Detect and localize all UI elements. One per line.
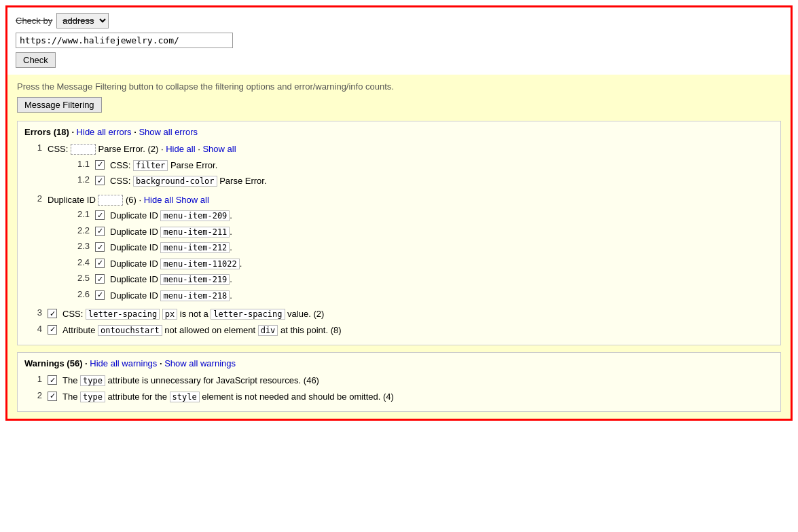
- sub-content-1-2: CSS: background-color Parse Error.: [110, 174, 774, 188]
- code-menu-item-219: menu-item-219: [160, 274, 230, 285]
- code-filter: filter: [133, 160, 168, 171]
- error-2-placeholder: [98, 195, 123, 206]
- warning-checkbox-1[interactable]: ✓: [48, 375, 57, 385]
- check-button[interactable]: Check: [16, 52, 56, 68]
- error-2-show-link[interactable]: Show all: [176, 195, 209, 205]
- check-by-label: Check by: [16, 16, 52, 26]
- sub-num-1-2: 1.2: [65, 174, 92, 185]
- error-num-4: 4: [24, 324, 45, 334]
- sub-num-2-3: 2.3: [65, 241, 92, 251]
- code-div: div: [258, 325, 278, 336]
- code-menu-item-11022: menu-item-11022: [160, 259, 239, 269]
- sub-num-2-2: 2.2: [65, 225, 92, 235]
- code-background-color: background-color: [133, 176, 217, 187]
- sub-content-2-1: Duplicate ID menu-item-209.: [110, 209, 774, 223]
- sub-num-2-5: 2.5: [65, 273, 92, 283]
- error-row-1-2: 1.2 ✓ CSS: background-color Parse Error.: [24, 174, 774, 188]
- error-row-4: 4 ✓ Attribute ontouchstart not allowed o…: [24, 324, 774, 337]
- sub-content-1-1: CSS: filter Parse Error.: [110, 159, 774, 172]
- warning-content-2: The type attribute for the style element…: [62, 390, 774, 404]
- error-content-1: CSS: Parse Error. (2) · Hide all · Show …: [48, 142, 774, 156]
- error-group-1: 1 CSS: Parse Error. (2) · Hide all · Sho…: [24, 142, 774, 188]
- sub-content-2-4: Duplicate ID menu-item-11022.: [110, 257, 774, 271]
- show-all-warnings-link[interactable]: Show all warnings: [164, 358, 236, 368]
- sub-num-2-4: 2.4: [65, 257, 92, 267]
- show-all-errors-link[interactable]: Show all errors: [139, 127, 198, 137]
- warning-row-2: 2 ✓ The type attribute for the style ele…: [24, 390, 774, 404]
- error-num-3: 3: [24, 307, 45, 318]
- check-by-select[interactable]: address: [56, 13, 109, 28]
- error-row-2-5: 2.5 ✓ Duplicate ID menu-item-219.: [24, 273, 774, 286]
- warning-checkbox-2[interactable]: ✓: [48, 392, 57, 401]
- errors-header: Errors (18) · Hide all errors · Show all…: [24, 127, 774, 137]
- warnings-header: Warnings (56) · Hide all warnings · Show…: [24, 358, 774, 368]
- filter-note: Press the Message Filtering button to co…: [17, 81, 781, 92]
- sub-num-1-1: 1.1: [65, 159, 92, 169]
- checkbox-2-1[interactable]: ✓: [95, 210, 105, 220]
- sub-num-2-6: 2.6: [65, 289, 92, 299]
- error-row-1-1: 1.1 ✓ CSS: filter Parse Error.: [24, 159, 774, 172]
- warning-num-2: 2: [24, 390, 45, 400]
- checkbox-2-6[interactable]: ✓: [95, 290, 105, 300]
- url-input[interactable]: [16, 33, 233, 48]
- hide-all-warnings-link[interactable]: Hide all warnings: [90, 358, 157, 368]
- warning-content-1: The type attribute is unnecessary for Ja…: [62, 374, 774, 387]
- error-row-2: 2 Duplicate ID (6) · Hide all Show all: [24, 193, 774, 207]
- sub-content-2-3: Duplicate ID menu-item-212.: [110, 241, 774, 254]
- warnings-section: Warnings (56) · Hide all warnings · Show…: [17, 352, 781, 412]
- code-letter-spacing: letter-spacing: [86, 309, 160, 320]
- error-row-2-2: 2.2 ✓ Duplicate ID menu-item-211.: [24, 225, 774, 239]
- error-1-hide-link[interactable]: Hide all: [166, 144, 195, 154]
- sub-content-2-5: Duplicate ID menu-item-219.: [110, 273, 774, 286]
- error-row-2-4: 2.4 ✓ Duplicate ID menu-item-11022.: [24, 257, 774, 271]
- checkbox-2-5[interactable]: ✓: [95, 274, 105, 284]
- error-content-4: Attribute ontouchstart not allowed on el…: [62, 324, 774, 337]
- error-num-2: 2: [24, 193, 45, 204]
- checkbox-4[interactable]: ✓: [48, 325, 57, 335]
- error-1-show-link[interactable]: Show all: [202, 144, 236, 154]
- code-type-2: type: [80, 392, 105, 402]
- checkbox-1-1[interactable]: ✓: [95, 160, 105, 170]
- error-row-2-3: 2.3 ✓ Duplicate ID menu-item-212.: [24, 241, 774, 254]
- sub-content-2-6: Duplicate ID menu-item-218.: [110, 289, 774, 303]
- code-type-1: type: [80, 375, 105, 386]
- warning-num-1: 1: [24, 374, 45, 384]
- checkbox-1-2[interactable]: ✓: [95, 176, 105, 185]
- error-row-2-6: 2.6 ✓ Duplicate ID menu-item-218.: [24, 289, 774, 303]
- error-1-placeholder: [71, 144, 96, 155]
- code-menu-item-218: menu-item-218: [160, 290, 230, 301]
- error-content-3: CSS: letter-spacing px is not a letter-s…: [62, 307, 774, 321]
- warnings-count-label: Warnings (56): [24, 358, 82, 368]
- checkbox-2-4[interactable]: ✓: [95, 259, 105, 268]
- errors-count-label: Errors (18): [24, 127, 69, 137]
- hide-all-errors-link[interactable]: Hide all errors: [77, 127, 132, 137]
- code-menu-item-211: menu-item-211: [160, 227, 230, 238]
- checkbox-3[interactable]: ✓: [48, 309, 57, 318]
- error-group-2: 2 Duplicate ID (6) · Hide all Show all 2…: [24, 193, 774, 303]
- error-row-2-1: 2.1 ✓ Duplicate ID menu-item-209.: [24, 209, 774, 223]
- error-2-hide-link[interactable]: Hide all: [144, 195, 173, 205]
- error-content-2: Duplicate ID (6) · Hide all Show all: [48, 193, 774, 207]
- checkbox-2-2[interactable]: ✓: [95, 227, 105, 236]
- code-px: px: [162, 309, 177, 320]
- message-filtering-button[interactable]: Message Filtering: [17, 97, 102, 113]
- code-menu-item-212: menu-item-212: [160, 242, 230, 253]
- error-row-1: 1 CSS: Parse Error. (2) · Hide all · Sho…: [24, 142, 774, 156]
- error-row-3: 3 ✓ CSS: letter-spacing px is not a lett…: [24, 307, 774, 321]
- error-num-1: 1: [24, 142, 45, 153]
- code-letter-spacing-2: letter-spacing: [211, 309, 285, 320]
- sub-content-2-2: Duplicate ID menu-item-211.: [110, 225, 774, 239]
- code-menu-item-209: menu-item-209: [160, 210, 230, 221]
- checkbox-2-3[interactable]: ✓: [95, 242, 105, 252]
- errors-section: Errors (18) · Hide all errors · Show all…: [17, 121, 781, 345]
- warning-row-1: 1 ✓ The type attribute is unnecessary fo…: [24, 374, 774, 387]
- code-style: style: [170, 392, 200, 402]
- sub-num-2-1: 2.1: [65, 209, 92, 219]
- code-ontouchstart: ontouchstart: [98, 325, 162, 336]
